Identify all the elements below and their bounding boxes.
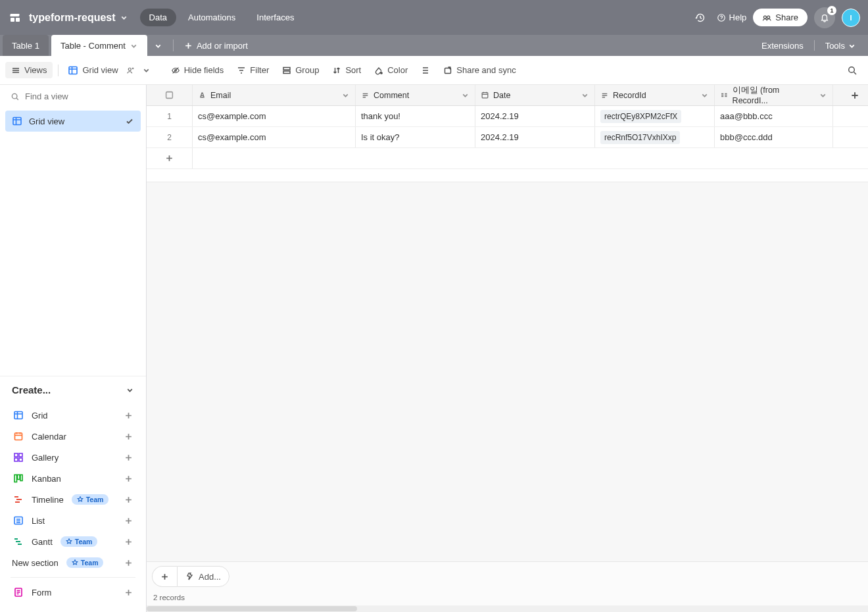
scrollbar-thumb[interactable] <box>147 606 357 611</box>
help-button[interactable]: Help <box>717 13 747 22</box>
footer-add-menu-button[interactable]: Add... <box>177 566 229 587</box>
cell-linked-email[interactable]: bbb@ccc.ddd <box>715 127 833 147</box>
chevron-down-icon[interactable] <box>581 91 589 99</box>
plus-icon <box>124 496 133 504</box>
group-button[interactable]: Group <box>276 62 325 78</box>
select-all-column[interactable] <box>147 85 193 105</box>
create-kanban[interactable]: Kanban <box>12 468 134 489</box>
divider <box>173 39 174 51</box>
notifications-button[interactable]: 1 <box>814 7 835 28</box>
chevron-down-icon[interactable] <box>819 91 827 99</box>
team-badge: Team <box>72 494 109 505</box>
color-label: Color <box>387 65 408 75</box>
plus-icon[interactable] <box>147 148 193 168</box>
create-gantt[interactable]: Gantt Team <box>12 531 134 552</box>
find-view-field[interactable] <box>0 85 146 108</box>
view-item-grid-view[interactable]: Grid view <box>5 111 141 132</box>
cell-recordid[interactable]: recRnf5O17VxhIXxp <box>595 127 715 147</box>
create-calendar[interactable]: Calendar <box>12 426 134 447</box>
table-tab-comment[interactable]: Table - Comment <box>51 35 147 56</box>
column-label: Date <box>493 91 510 100</box>
views-button[interactable]: Views <box>5 62 53 78</box>
search-button[interactable] <box>842 60 863 81</box>
view-collab-icon[interactable] <box>124 63 138 78</box>
chevron-down-icon[interactable] <box>700 91 709 99</box>
view-chevron-icon[interactable] <box>139 63 153 77</box>
extensions-button[interactable]: Extensions <box>756 38 809 53</box>
table-row[interactable]: 2 cs@example.com Is it okay? 2024.2.19 r… <box>147 127 868 148</box>
base-name-chevron-icon[interactable] <box>120 13 128 22</box>
cell-linked-email[interactable]: aaa@bbb.ccc <box>715 106 833 126</box>
cell-recordid[interactable]: rectrQEy8XPM2cFfX <box>595 106 715 126</box>
share-button[interactable]: Share <box>753 9 808 26</box>
kanban-icon <box>13 473 24 484</box>
current-view-button[interactable]: Grid view <box>64 62 122 79</box>
sort-label: Sort <box>345 65 361 75</box>
hide-fields-button[interactable]: Hide fields <box>165 62 230 78</box>
create-item-label: Grid <box>32 411 48 421</box>
svg-rect-18 <box>14 453 18 457</box>
cell-date[interactable]: 2024.2.19 <box>475 106 595 126</box>
create-header[interactable]: Create... <box>12 384 134 401</box>
cell-date[interactable]: 2024.2.19 <box>475 127 595 147</box>
add-row-blank[interactable] <box>193 148 868 168</box>
add-or-import-button[interactable]: Add or import <box>178 41 254 51</box>
create-item-label: Calendar <box>32 432 66 442</box>
add-or-import-label: Add or import <box>197 41 248 51</box>
svg-rect-23 <box>18 475 20 480</box>
svg-rect-19 <box>19 453 22 457</box>
hide-fields-label: Hide fields <box>184 65 224 75</box>
add-row[interactable] <box>147 148 868 169</box>
plus-icon <box>124 432 133 441</box>
svg-rect-2 <box>16 18 20 22</box>
row-number[interactable]: 1 <box>147 106 193 126</box>
grid-area: Email Comment Date RecordId <box>147 85 868 612</box>
user-avatar[interactable]: I <box>842 9 860 27</box>
create-gallery[interactable]: Gallery <box>12 447 134 468</box>
chevron-down-icon[interactable] <box>461 91 470 99</box>
column-header-recordid[interactable]: RecordId <box>595 85 715 105</box>
create-grid[interactable]: Grid <box>12 405 134 426</box>
create-new-section[interactable]: New section Team <box>12 552 134 573</box>
column-header-date[interactable]: Date <box>475 85 595 105</box>
create-item-label: Timeline <box>32 495 64 505</box>
tab-chevron-icon[interactable] <box>130 41 138 50</box>
history-icon[interactable] <box>690 8 710 28</box>
nav-automations[interactable]: Automations <box>179 9 245 26</box>
tools-button[interactable]: Tools <box>820 38 861 53</box>
cell-email[interactable]: cs@example.com <box>193 106 356 126</box>
cell-comment[interactable]: Is it okay? <box>356 127 475 147</box>
cell-email[interactable]: cs@example.com <box>193 127 356 147</box>
create-item-label: Kanban <box>32 474 61 484</box>
table-row[interactable]: 1 cs@example.com thank you! 2024.2.19 re… <box>147 106 868 127</box>
create-form[interactable]: Form <box>12 582 134 603</box>
find-view-input[interactable] <box>25 91 135 101</box>
share-sync-label: Share and sync <box>456 65 516 75</box>
chevron-down-icon[interactable] <box>341 91 350 99</box>
color-button[interactable]: Color <box>368 62 414 78</box>
add-column-button[interactable] <box>833 85 868 105</box>
nav-data[interactable]: Data <box>140 9 176 26</box>
create-label: Create... <box>12 384 51 395</box>
create-timeline[interactable]: Timeline Team <box>12 489 134 510</box>
group-label: Group <box>295 65 319 75</box>
sort-button[interactable]: Sort <box>326 62 367 78</box>
cell-comment[interactable]: thank you! <box>356 106 475 126</box>
row-number[interactable]: 2 <box>147 127 193 147</box>
tabs-dropdown-button[interactable] <box>147 41 169 50</box>
column-header-comment[interactable]: Comment <box>356 85 475 105</box>
svg-rect-22 <box>14 475 17 482</box>
create-list[interactable]: List <box>12 510 134 531</box>
nav-interfaces[interactable]: Interfaces <box>247 9 303 26</box>
horizontal-scrollbar[interactable] <box>147 605 868 612</box>
footer-add-row-button[interactable] <box>152 566 177 587</box>
plus-icon <box>124 517 133 525</box>
app-logo-icon[interactable] <box>8 11 22 25</box>
column-header-linked-email[interactable]: 이메일 (from RecordI... <box>715 85 833 105</box>
share-sync-button[interactable]: Share and sync <box>437 62 521 78</box>
base-name[interactable]: typeform-request <box>29 12 116 24</box>
filter-button[interactable]: Filter <box>231 62 275 78</box>
row-height-button[interactable] <box>415 63 436 78</box>
column-header-email[interactable]: Email <box>193 85 356 105</box>
table-tab-1[interactable]: Table 1 <box>3 35 49 56</box>
